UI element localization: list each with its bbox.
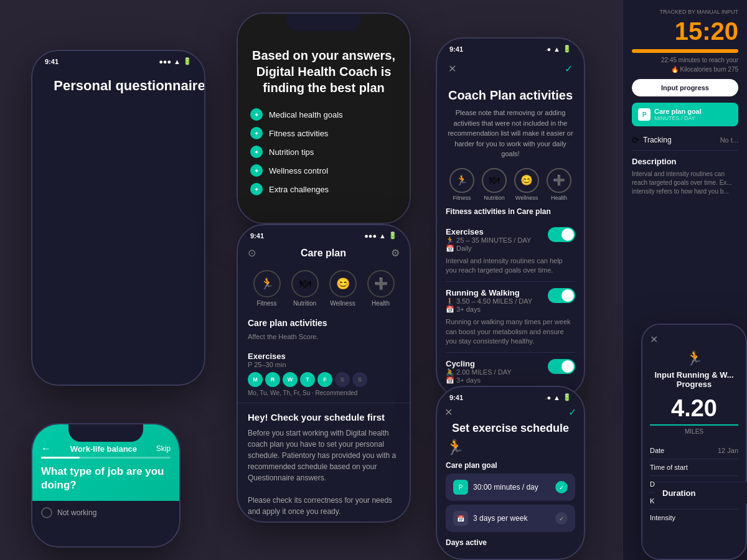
bluetooth-icon: ⟳ (632, 135, 639, 145)
right-panel-content: TRACKED BY MANUAL INPUT 15:20 22:45 minu… (623, 0, 747, 208)
act-running-title: Running & Walking (446, 288, 532, 297)
fire-icon: 🔥 (671, 66, 679, 73)
careplan-icon-tabs: 🏃 Fitness 🍽 Nutrition 😊 Wellness ➕ Healt… (238, 264, 410, 313)
goal-row-days: 📅 3 days per week ✓ (446, 505, 575, 532)
coach-activities-desc: Please note that removing or adding acti… (446, 108, 575, 159)
phone-exercise-schedule: 9:41 ●●●▲🔋 ✕ ✓ Set exercise schedule 🏃 C… (436, 386, 585, 560)
run-icon: 🏃 (446, 439, 464, 456)
schedule-modal-title: Set exercise schedule (446, 422, 575, 435)
days-active-label: Days active (446, 538, 575, 547)
notch (81, 51, 156, 68)
duration-label-bottom: Duration (662, 488, 695, 498)
act-nutrition-icon: 🍽 (482, 168, 507, 193)
status-icons-1: ●●● ▲ 🔋 (159, 57, 192, 65)
phone-coach-activities: 9:41 ●●●▲🔋 ✕ ✓ Coach Plan activities Ple… (436, 37, 585, 398)
act-tab-nutrition[interactable]: 🍽 Nutrition (482, 168, 507, 201)
input-running-header: ✕ (650, 334, 738, 345)
coach-dot-1: ✦ (250, 108, 263, 121)
coach-modal-header: ✕ ✓ (437, 55, 584, 82)
tab-nutrition[interactable]: 🍽 Nutrition (291, 270, 319, 307)
schedule-close-btn[interactable]: ✕ (442, 404, 455, 421)
act-running-freq: 📅 3+ days (446, 306, 532, 314)
day-T: T (300, 372, 315, 387)
day-W: W (283, 372, 298, 387)
field-time-start: Time of start (650, 459, 738, 476)
exercise-points: P 25–30 min (248, 361, 286, 368)
days-row: M R W T F S S (248, 372, 400, 387)
tab-fitness[interactable]: 🏃 Fitness (253, 270, 281, 307)
notch-3 (286, 225, 361, 243)
input-running-title: Input Running & W...Progress (650, 370, 738, 389)
day-M: M (248, 372, 263, 387)
miles-unit: MILES (650, 428, 738, 435)
careplan-header: ⊙ Care plan ⚙ (238, 242, 410, 264)
care-goal-sub: MINUTES / DAY (654, 115, 702, 121)
worklife-title: Work-life balance (70, 444, 137, 454)
activity-exercises: Exercises 🏃 25 – 35 MINUTES / DAY 📅 Dail… (446, 221, 575, 282)
act-exercises-title: Exercises (446, 227, 531, 236)
worklife-question: What type of job are you doing? (41, 465, 171, 492)
radio-label: Not working (57, 508, 96, 517)
input-running-content: ✕ 🏃 Input Running & W...Progress 4.20 MI… (642, 325, 746, 559)
progress-bar-bg (41, 457, 171, 459)
confirm-button[interactable]: ✓ (562, 60, 575, 77)
close-button[interactable]: ✕ (446, 60, 459, 77)
timer-info: 22:45 minutes to reach your (632, 57, 738, 63)
tab-wellness[interactable]: 😊 Wellness (329, 270, 357, 307)
coach-dot-3: ✦ (250, 146, 263, 158)
act-tab-wellness[interactable]: 😊 Wellness (514, 168, 539, 201)
kcal-info: 🔥 Kilocalories burn 275 (632, 66, 738, 73)
status-icons-3: ●●●▲🔋 (364, 231, 397, 240)
schedule-icon-row: 🏃 (446, 439, 575, 456)
input-progress-button[interactable]: Input progress (632, 79, 738, 96)
settings-icon-ph3: ⊙ (248, 247, 256, 259)
care-goal-icon: P (638, 108, 651, 121)
act-cycling-title: Cycling (446, 359, 512, 368)
act-fitness-icon: 🏃 (449, 168, 474, 193)
coach-item-5: ✦ Extra challenges (250, 183, 397, 195)
goal-check-1: ✓ (555, 481, 568, 493)
radio-circle[interactable] (41, 507, 52, 518)
coach-item-2: ✦ Fitness activities (250, 127, 397, 139)
act-running-desc: Running or walking many times per week c… (446, 317, 575, 346)
coach-item-4: ✦ Wellness control (250, 164, 397, 177)
act-tab-health[interactable]: ➕ Health (547, 168, 571, 201)
worklife-nav: ← Work-life balance Skip (41, 443, 171, 454)
goal-text-minutes: 30:00 minutes / day (473, 483, 550, 492)
schedule-text: Before you start working with Digital he… (248, 427, 400, 517)
skip-button[interactable]: Skip (156, 444, 171, 453)
date-label: Date (650, 447, 664, 454)
act-wellness-icon: 😊 (514, 168, 539, 193)
notch-4 (473, 39, 548, 56)
gear-icon-ph3: ⚙ (391, 247, 400, 259)
health-circle: ➕ (367, 270, 395, 297)
toggle-cycling[interactable] (548, 359, 575, 374)
timer-value: 15:20 (632, 17, 738, 45)
schedule-check-btn[interactable]: ✓ (566, 404, 579, 421)
care-plan-goal-label: Care plan goal (446, 461, 575, 470)
toggle-exercises[interactable] (548, 227, 575, 242)
act-exercises-desc: Interval and intensity routines can help… (446, 256, 575, 276)
description-section: Description Interval and intensity routi… (632, 151, 738, 202)
back-button[interactable]: ← (41, 443, 51, 454)
schedule-section: Hey! Check your schedule first Before yo… (238, 403, 410, 523)
desc-label: Description (632, 157, 738, 166)
tab-health[interactable]: ➕ Health (367, 270, 395, 307)
exercise-name: Exercises (248, 352, 286, 361)
radio-option-row: Not working (32, 501, 179, 525)
toggle-running[interactable] (548, 288, 575, 303)
coach-item-1: ✦ Medical health goals (250, 108, 397, 121)
day-R: R (265, 372, 280, 387)
miles-underline (650, 424, 738, 426)
careplan-title: Care plan (301, 248, 346, 259)
act-cycling-freq: 📅 3+ days (446, 376, 512, 385)
schedule-title: Hey! Check your schedule first (248, 412, 400, 422)
activity-icon-tabs: 🏃 Fitness 🍽 Nutrition 😊 Wellness ➕ Healt… (446, 168, 575, 201)
act-tab-fitness[interactable]: 🏃 Fitness (449, 168, 474, 201)
section-sub: Affect the Heath Score. (238, 333, 410, 345)
field-intensity: Intensity (650, 510, 738, 526)
phone-careplan: 9:41 ●●●▲🔋 ⊙ Care plan ⚙ 🏃 Fitness 🍽 Nut… (237, 224, 411, 523)
exercise-header: Exercises P 25–30 min (248, 352, 400, 368)
input-close-icon[interactable]: ✕ (650, 334, 658, 345)
date-value: 12 Jan (718, 447, 738, 454)
